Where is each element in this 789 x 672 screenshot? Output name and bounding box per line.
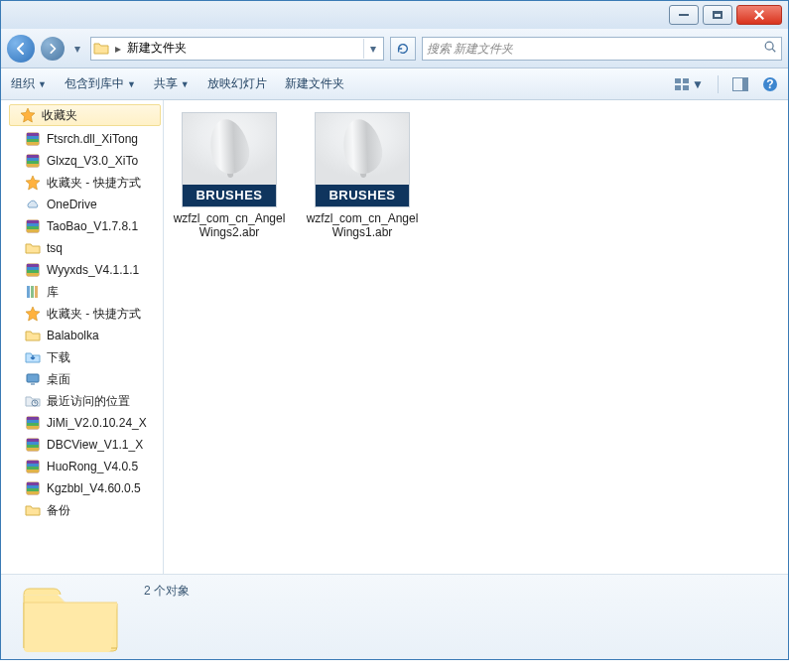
sidebar-item-label: 收藏夹 - 快捷方式 bbox=[47, 175, 141, 192]
favorites-label: 收藏夹 bbox=[42, 107, 77, 124]
view-options-button[interactable]: ▼ bbox=[674, 77, 704, 91]
sidebar-item[interactable]: 备份 bbox=[1, 499, 163, 521]
svg-rect-19 bbox=[27, 164, 39, 167]
nav-pane[interactable]: 收藏夹Ftsrch.dll_XiTongGlxzq_V3.0_XiTo收藏夹 -… bbox=[1, 100, 164, 574]
rar-icon bbox=[25, 415, 41, 431]
explorer-window: ▾ ▸ 新建文件夹 ▾ 组织 ▼ 包含到库中 ▼ 共享 ▼ 放映幻灯片 新建文件… bbox=[0, 0, 789, 660]
sidebar-item[interactable]: 收藏夹 - 快捷方式 bbox=[1, 172, 163, 194]
minimize-button[interactable] bbox=[669, 5, 699, 25]
file-item[interactable]: BRUSHESwzfzl_com_cn_AngelWings2.abr bbox=[172, 112, 287, 239]
sidebar-item[interactable]: 库 bbox=[1, 281, 163, 303]
sidebar-item[interactable]: DBCView_V1.1_X bbox=[1, 434, 163, 456]
sidebar-item[interactable]: Ftsrch.dll_XiTong bbox=[1, 128, 163, 150]
file-name: wzfzl_com_cn_AngelWings2.abr bbox=[172, 211, 287, 239]
svg-rect-29 bbox=[27, 273, 39, 276]
svg-rect-34 bbox=[31, 383, 35, 385]
new-folder-button[interactable]: 新建文件夹 bbox=[285, 75, 344, 92]
sidebar-item[interactable]: tsq bbox=[1, 237, 163, 259]
help-button[interactable]: ? bbox=[762, 76, 778, 92]
rar-icon bbox=[25, 153, 41, 169]
chevron-down-icon: ▼ bbox=[127, 79, 136, 89]
include-library-menu[interactable]: 包含到库中 ▼ bbox=[65, 75, 136, 92]
sidebar-item[interactable]: Balabolka bbox=[1, 325, 163, 346]
details-pane: 2 个对象 bbox=[1, 574, 788, 659]
rar-icon bbox=[25, 262, 41, 278]
svg-rect-5 bbox=[683, 85, 689, 90]
file-name: wzfzl_com_cn_AngelWings1.abr bbox=[305, 211, 420, 239]
svg-rect-27 bbox=[27, 267, 39, 270]
refresh-button[interactable] bbox=[390, 37, 416, 61]
sidebar-item[interactable]: Glxzq_V3.0_XiTo bbox=[1, 150, 163, 172]
maximize-button[interactable] bbox=[703, 5, 732, 25]
star-icon bbox=[25, 306, 41, 322]
sidebar-item[interactable]: 最近访问的位置 bbox=[1, 390, 163, 412]
sidebar-item[interactable]: 收藏夹 - 快捷方式 bbox=[1, 303, 163, 325]
sidebar-item[interactable]: 桌面 bbox=[1, 368, 163, 390]
svg-text:?: ? bbox=[766, 77, 773, 91]
sidebar-item[interactable]: OneDrive bbox=[1, 194, 163, 215]
sidebar-item[interactable]: TaoBao_V1.7.8.1 bbox=[1, 215, 163, 237]
svg-rect-14 bbox=[27, 142, 39, 145]
sidebar-item[interactable]: Kgzbbl_V4.60.0.5 bbox=[1, 477, 163, 499]
svg-rect-37 bbox=[27, 417, 39, 420]
onedrive-icon bbox=[25, 197, 41, 212]
sidebar-item-label: TaoBao_V1.7.8.1 bbox=[47, 219, 138, 233]
svg-rect-13 bbox=[27, 139, 39, 142]
titlebar[interactable] bbox=[1, 1, 788, 29]
new-folder-label: 新建文件夹 bbox=[285, 75, 344, 92]
share-menu[interactable]: 共享 ▼ bbox=[154, 75, 190, 92]
svg-rect-43 bbox=[27, 442, 39, 445]
svg-rect-21 bbox=[27, 220, 39, 223]
slideshow-button[interactable]: 放映幻灯片 bbox=[207, 75, 267, 92]
download-icon bbox=[25, 349, 41, 365]
sidebar-item[interactable]: JiMi_V2.0.10.24_X bbox=[1, 412, 163, 434]
sidebar-item-label: Ftsrch.dll_XiTong bbox=[47, 132, 138, 146]
sidebar-item-label: 最近访问的位置 bbox=[47, 393, 130, 410]
sidebar-item[interactable]: HuoRong_V4.0.5 bbox=[1, 456, 163, 477]
close-button[interactable] bbox=[736, 5, 782, 25]
svg-rect-50 bbox=[27, 470, 39, 472]
svg-rect-48 bbox=[27, 464, 39, 467]
sidebar-item-label: 桌面 bbox=[47, 371, 70, 388]
history-dropdown[interactable]: ▾ bbox=[70, 42, 84, 56]
back-button[interactable] bbox=[7, 35, 35, 63]
preview-pane-button[interactable] bbox=[732, 77, 748, 91]
rar-icon bbox=[25, 459, 41, 474]
forward-button[interactable] bbox=[41, 37, 65, 61]
svg-rect-7 bbox=[742, 77, 748, 90]
sidebar-item[interactable]: Wyyxds_V4.1.1.1 bbox=[1, 259, 163, 281]
favorites-header[interactable]: 收藏夹 bbox=[9, 104, 161, 126]
svg-rect-42 bbox=[27, 439, 39, 442]
file-item[interactable]: BRUSHESwzfzl_com_cn_AngelWings1.abr bbox=[305, 112, 420, 239]
separator bbox=[718, 75, 719, 93]
search-box[interactable] bbox=[422, 37, 782, 61]
svg-rect-45 bbox=[27, 448, 39, 451]
sidebar-item-label: JiMi_V2.0.10.24_X bbox=[47, 416, 147, 430]
organize-menu[interactable]: 组织 ▼ bbox=[11, 75, 47, 92]
search-input[interactable] bbox=[427, 42, 759, 56]
include-library-label: 包含到库中 bbox=[65, 75, 124, 92]
slideshow-label: 放映幻灯片 bbox=[207, 75, 267, 92]
items-view[interactable]: BRUSHESwzfzl_com_cn_AngelWings2.abrBRUSH… bbox=[164, 100, 788, 574]
svg-rect-47 bbox=[27, 461, 39, 464]
svg-rect-18 bbox=[27, 161, 39, 164]
sidebar-item-label: 备份 bbox=[47, 502, 70, 519]
svg-rect-40 bbox=[27, 426, 39, 429]
address-bar[interactable]: ▸ 新建文件夹 ▾ bbox=[90, 37, 384, 61]
sidebar-item-label: 收藏夹 - 快捷方式 bbox=[47, 306, 141, 323]
breadcrumb-current[interactable]: 新建文件夹 bbox=[127, 40, 187, 57]
svg-rect-24 bbox=[27, 229, 39, 232]
sidebar-item-label: Glxzq_V3.0_XiTo bbox=[47, 154, 138, 168]
folder-icon bbox=[25, 240, 41, 256]
search-icon[interactable] bbox=[763, 40, 777, 57]
folder-icon bbox=[25, 328, 41, 343]
file-thumbnail: BRUSHES bbox=[315, 112, 410, 207]
address-dropdown[interactable]: ▾ bbox=[363, 39, 381, 59]
svg-rect-31 bbox=[31, 286, 34, 298]
sidebar-item[interactable]: 下载 bbox=[1, 346, 163, 368]
brushes-badge: BRUSHES bbox=[316, 185, 409, 206]
rar-icon bbox=[25, 480, 41, 496]
svg-rect-33 bbox=[27, 374, 39, 382]
sidebar-item-label: tsq bbox=[47, 241, 63, 255]
svg-rect-55 bbox=[27, 491, 39, 494]
